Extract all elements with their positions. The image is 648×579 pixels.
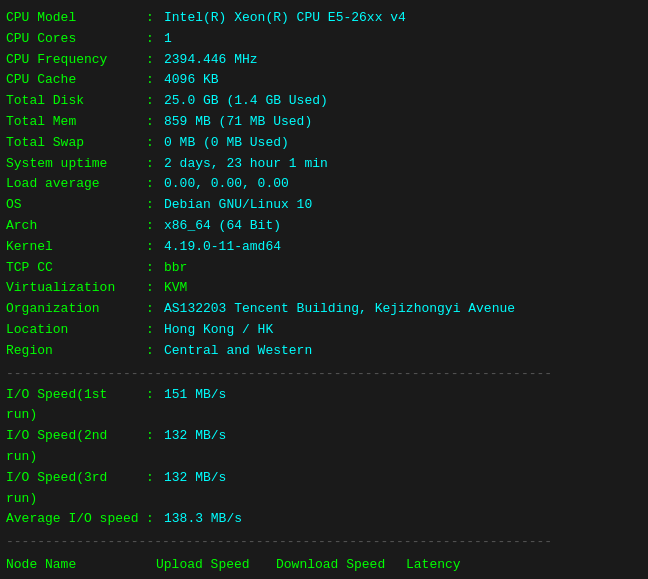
- info-label: Organization: [6, 299, 146, 320]
- info-label: Region: [6, 341, 146, 362]
- system-info-row: Organization: AS132203 Tencent Building,…: [6, 299, 642, 320]
- info-value: 859 MB (71 MB Used): [164, 112, 312, 133]
- info-label: TCP CC: [6, 258, 146, 279]
- colon: :: [146, 8, 164, 29]
- io-value: 151 MB/s: [164, 385, 226, 427]
- colon: :: [146, 320, 164, 341]
- divider-2: ----------------------------------------…: [6, 534, 642, 549]
- info-value: Debian GNU/Linux 10: [164, 195, 312, 216]
- info-label: CPU Cores: [6, 29, 146, 50]
- info-value: 4.19.0-11-amd64: [164, 237, 281, 258]
- info-value: 4096 KB: [164, 70, 219, 91]
- io-speed-row: Average I/O speed: 138.3 MB/s: [6, 509, 642, 530]
- system-info-row: Total Mem: 859 MB (71 MB Used): [6, 112, 642, 133]
- colon: :: [146, 258, 164, 279]
- info-value: bbr: [164, 258, 187, 279]
- info-label: Total Swap: [6, 133, 146, 154]
- io-value: 138.3 MB/s: [164, 509, 242, 530]
- colon: :: [146, 426, 164, 468]
- info-label: Load average: [6, 174, 146, 195]
- info-value: 25.0 GB (1.4 GB Used): [164, 91, 328, 112]
- colon: :: [146, 216, 164, 237]
- system-info-row: Region: Central and Western: [6, 341, 642, 362]
- system-info-row: Load average: 0.00, 0.00, 0.00: [6, 174, 642, 195]
- info-label: Total Mem: [6, 112, 146, 133]
- col-header-upload: Upload Speed: [156, 553, 276, 576]
- colon: :: [146, 70, 164, 91]
- system-info-row: Virtualization: KVM: [6, 278, 642, 299]
- colon: :: [146, 133, 164, 154]
- io-label: I/O Speed(1st run): [6, 385, 146, 427]
- info-value: AS132203 Tencent Building, Kejizhongyi A…: [164, 299, 515, 320]
- colon: :: [146, 237, 164, 258]
- info-value: 2394.446 MHz: [164, 50, 258, 71]
- info-label: Location: [6, 320, 146, 341]
- system-info-row: System uptime: 2 days, 23 hour 1 min: [6, 154, 642, 175]
- colon: :: [146, 299, 164, 320]
- info-value: x86_64 (64 Bit): [164, 216, 281, 237]
- system-info-row: CPU Cores: 1: [6, 29, 642, 50]
- info-label: CPU Cache: [6, 70, 146, 91]
- info-value: Intel(R) Xeon(R) CPU E5-26xx v4: [164, 8, 406, 29]
- info-label: Total Disk: [6, 91, 146, 112]
- info-value: 2 days, 23 hour 1 min: [164, 154, 328, 175]
- colon: :: [146, 154, 164, 175]
- info-label: Kernel: [6, 237, 146, 258]
- system-info-row: CPU Model: Intel(R) Xeon(R) CPU E5-26xx …: [6, 8, 642, 29]
- info-label: System uptime: [6, 154, 146, 175]
- colon: :: [146, 385, 164, 427]
- colon: :: [146, 112, 164, 133]
- system-info-row: Total Disk: 25.0 GB (1.4 GB Used): [6, 91, 642, 112]
- io-speed-section: I/O Speed(1st run): 151 MB/sI/O Speed(2n…: [6, 385, 642, 531]
- colon: :: [146, 195, 164, 216]
- system-info-row: Arch: x86_64 (64 Bit): [6, 216, 642, 237]
- colon: :: [146, 278, 164, 299]
- colon: :: [146, 50, 164, 71]
- io-label: I/O Speed(2nd run): [6, 426, 146, 468]
- info-value: KVM: [164, 278, 187, 299]
- system-info-row: Total Swap: 0 MB (0 MB Used): [6, 133, 642, 154]
- info-value: 1: [164, 29, 172, 50]
- system-info-row: Kernel: 4.19.0-11-amd64: [6, 237, 642, 258]
- io-label: I/O Speed(3rd run): [6, 468, 146, 510]
- system-info-row: CPU Cache: 4096 KB: [6, 70, 642, 91]
- info-label: Arch: [6, 216, 146, 237]
- io-value: 132 MB/s: [164, 426, 226, 468]
- info-label: CPU Model: [6, 8, 146, 29]
- info-value: Hong Kong / HK: [164, 320, 273, 341]
- colon: :: [146, 509, 164, 530]
- colon: :: [146, 174, 164, 195]
- system-info-row: TCP CC: bbr: [6, 258, 642, 279]
- system-info-row: Location: Hong Kong / HK: [6, 320, 642, 341]
- info-label: CPU Frequency: [6, 50, 146, 71]
- info-value: 0 MB (0 MB Used): [164, 133, 289, 154]
- info-label: Virtualization: [6, 278, 146, 299]
- colon: :: [146, 29, 164, 50]
- colon: :: [146, 468, 164, 510]
- col-header-node: Node Name: [6, 553, 156, 576]
- io-speed-row: I/O Speed(3rd run): 132 MB/s: [6, 468, 642, 510]
- divider-1: ----------------------------------------…: [6, 366, 642, 381]
- system-info-section: CPU Model: Intel(R) Xeon(R) CPU E5-26xx …: [6, 8, 642, 362]
- col-header-download: Download Speed: [276, 553, 406, 576]
- io-speed-row: I/O Speed(1st run): 151 MB/s: [6, 385, 642, 427]
- colon: :: [146, 91, 164, 112]
- colon: :: [146, 341, 164, 362]
- info-value: Central and Western: [164, 341, 312, 362]
- system-info-row: OS: Debian GNU/Linux 10: [6, 195, 642, 216]
- io-speed-row: I/O Speed(2nd run): 132 MB/s: [6, 426, 642, 468]
- col-header-latency: Latency: [406, 553, 461, 576]
- info-label: OS: [6, 195, 146, 216]
- info-value: 0.00, 0.00, 0.00: [164, 174, 289, 195]
- io-value: 132 MB/s: [164, 468, 226, 510]
- io-label: Average I/O speed: [6, 509, 146, 530]
- system-info-row: CPU Frequency: 2394.446 MHz: [6, 50, 642, 71]
- terminal: CPU Model: Intel(R) Xeon(R) CPU E5-26xx …: [6, 8, 642, 579]
- speed-table-header: Node NameUpload SpeedDownload SpeedLaten…: [6, 553, 642, 576]
